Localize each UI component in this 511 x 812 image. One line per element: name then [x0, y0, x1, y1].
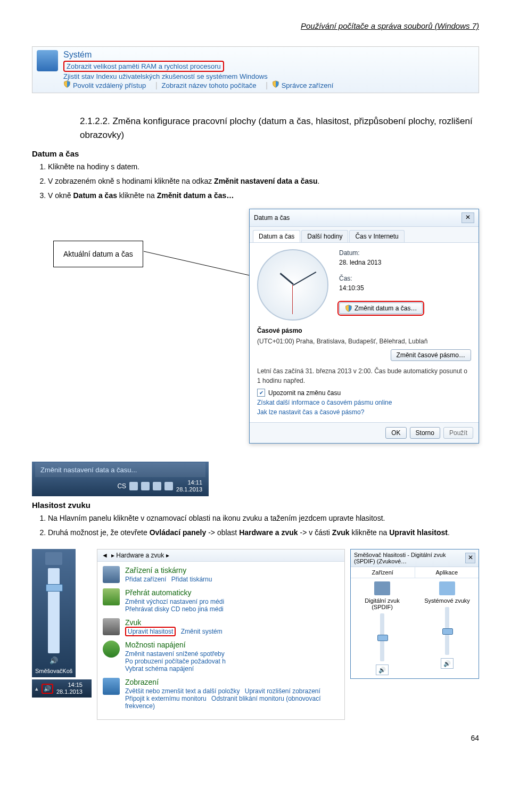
- volume-slider-track[interactable]: [48, 568, 60, 653]
- display-icon: [103, 678, 120, 695]
- cancel-button[interactable]: Storno: [410, 427, 440, 439]
- slider-thumb[interactable]: [442, 628, 453, 635]
- cat-display[interactable]: Zobrazení: [125, 678, 339, 686]
- subsection-date-time: Datum a čas: [32, 149, 479, 158]
- mixer-app-slider[interactable]: [445, 607, 449, 655]
- link-power-plan[interactable]: Vybrat schéma napájení: [125, 665, 194, 672]
- dialog-title: Datum a čas: [254, 214, 290, 222]
- link-play-cd[interactable]: Přehrávat disky CD nebo jiná médi: [125, 605, 224, 613]
- tray-chevron-icon[interactable]: [129, 482, 138, 490]
- mixer-device-slider[interactable]: [380, 613, 384, 661]
- breadcrumb-bar[interactable]: ◄ ▸ Hardware a zvuk ▸: [97, 549, 344, 562]
- close-button[interactable]: ✕: [465, 553, 475, 563]
- link-adjust-volume[interactable]: Upravit hlasitost: [125, 627, 176, 636]
- cat-devices-printers[interactable]: Zařízení a tiskárny: [125, 566, 215, 575]
- change-date-time-button[interactable]: Změnit datum a čas…: [339, 302, 423, 314]
- shield-icon: [63, 80, 71, 88]
- link-device-manager[interactable]: Správce zařízení: [282, 81, 334, 89]
- tray-clock[interactable]: 14:11 28.1.2013: [176, 479, 202, 493]
- cat-power[interactable]: Možnosti napájení: [125, 641, 229, 649]
- page-header: Používání počítače a správa souborů (Win…: [32, 21, 479, 30]
- link-require-password[interactable]: Po probuzení počítače požadovat h: [125, 658, 226, 665]
- tray-speaker-icon-highlighted[interactable]: 🔊: [42, 684, 53, 694]
- apply-button[interactable]: Použít: [443, 427, 473, 439]
- hardware-and-sound-panel: ◄ ▸ Hardware a zvuk ▸ Zařízení a tiskárn…: [97, 549, 345, 720]
- callout-line: [144, 241, 261, 278]
- shield-icon: [345, 305, 352, 312]
- date-value: 28. ledna 2013: [339, 259, 423, 266]
- link-remote-access[interactable]: Povolit vzdálený přístup: [73, 81, 146, 89]
- mixer-app-mute[interactable]: 🔊: [441, 658, 454, 669]
- mixer-link[interactable]: Směšovač: [35, 668, 62, 674]
- dialog-titlebar: Datum a čas ✕: [250, 209, 479, 227]
- steps-datetime: Klikněte na hodiny s datem. V zobrazeném…: [48, 161, 479, 201]
- tray-flag-icon[interactable]: [141, 482, 150, 490]
- datetime-figure-area: Aktuální datum a čas Datum a čas ✕ Datum…: [32, 209, 479, 496]
- tab-internet-time[interactable]: Čas v Internetu: [349, 230, 404, 242]
- tab-date-time[interactable]: Datum a čas: [253, 230, 300, 242]
- close-button[interactable]: ✕: [461, 212, 474, 223]
- link-change-date-settings[interactable]: Změnit nastavení data a času...: [35, 463, 205, 477]
- tray-speaker-icon[interactable]: [164, 482, 173, 490]
- section-heading: 2.1.2.2. Změna konfigurace pracovní ploc…: [80, 114, 479, 142]
- page-number: 64: [32, 734, 479, 742]
- system-title: Systém: [63, 50, 474, 60]
- link-autoplay-defaults[interactable]: Změnit výchozí nastavení pro médi: [125, 598, 224, 605]
- tray-network-icon[interactable]: [153, 482, 161, 490]
- sound-icon: [103, 618, 120, 635]
- volume-mixer-window: Směšovač hlasitosti - Digitální zvuk (SP…: [350, 549, 479, 679]
- date-label: Datum:: [339, 249, 423, 257]
- link-add-device[interactable]: Přidat zařízení: [125, 576, 166, 583]
- divider: |: [155, 81, 158, 89]
- breadcrumb-text: ▸ Hardware a zvuk ▸: [111, 552, 169, 559]
- link-ram-speed[interactable]: Zobrazit velikost paměti RAM a rychlost …: [63, 61, 224, 72]
- power-options-icon: [103, 641, 120, 658]
- slider-thumb[interactable]: [377, 635, 388, 641]
- language-indicator[interactable]: CS: [117, 482, 126, 490]
- change-timezone-button[interactable]: Změnit časové pásmo…: [391, 349, 471, 361]
- dst-info: Letní čas začíná 31. března 2013 v 2:00.…: [257, 366, 471, 386]
- mixer-device-header: Zařízení: [351, 567, 415, 578]
- step-item: V zobrazeném okně s hodinami klikněte na…: [48, 176, 479, 187]
- mixer-device-name: Digitální zvuk (SPDIF): [355, 597, 409, 610]
- subsection-volume: Hlasitost zvuku: [32, 501, 479, 510]
- link-add-printer[interactable]: Přidat tiskárnu: [171, 576, 212, 583]
- speaker-icon[interactable]: 🔊: [35, 657, 72, 665]
- step-item: Klikněte na hodiny s datem.: [48, 161, 479, 173]
- volume-figure-area: 🔊 Směšovač Koš ▴ 🔊 14:15 28.1.2013 ◄ ▸ H…: [32, 549, 479, 720]
- mixer-app-icon: [439, 581, 455, 595]
- notify-dst-label: Upozornit na změnu času: [268, 389, 341, 397]
- mixer-title-text: Směšovač hlasitosti - Digitální zvuk (SP…: [354, 552, 465, 564]
- link-computer-name[interactable]: Zobrazit název tohoto počítače: [162, 81, 257, 89]
- dialog-tabs: Datum a čas Další hodiny Čas v Internetu: [250, 227, 479, 243]
- ok-button[interactable]: OK: [385, 427, 406, 439]
- link-external-monitor[interactable]: Připojit k externímu monitoru: [125, 695, 207, 702]
- mixer-device-mute[interactable]: 🔊: [376, 665, 389, 675]
- tab-additional-clocks[interactable]: Další hodiny: [301, 230, 348, 242]
- timezone-section-title: Časové pásmo: [257, 327, 471, 334]
- tray-chevron-icon[interactable]: ▴: [35, 685, 38, 692]
- volume-flyout: 🔊 Směšovač Koš: [32, 549, 76, 677]
- link-experience-index[interactable]: Zjistit stav Indexu uživatelských zkušen…: [63, 72, 268, 80]
- link-change-system-sounds[interactable]: Změnit systém: [181, 628, 222, 635]
- svg-line-0: [144, 251, 261, 278]
- device-icon: [45, 552, 62, 565]
- volume-slider-thumb[interactable]: [46, 584, 63, 592]
- tray-clock[interactable]: 14:15 28.1.2013: [56, 682, 83, 695]
- cat-autoplay[interactable]: Přehrát automaticky: [125, 588, 227, 597]
- mixer-device-icon: [374, 581, 390, 595]
- link-resolution[interactable]: Upravit rozlišení zobrazení: [245, 687, 320, 695]
- cat-sound[interactable]: Zvuk: [125, 618, 226, 627]
- time-value: 14:10:35: [339, 284, 423, 292]
- callout-current-datetime: Aktuální datum a čas: [53, 241, 143, 267]
- time-label: Čas:: [339, 275, 423, 282]
- back-icon[interactable]: ◄: [102, 552, 108, 559]
- step-item: Na Hlavním panelu klikněte v oznamovací …: [48, 513, 479, 524]
- link-power-saving[interactable]: Změnit nastavení snížené spotřeby: [125, 650, 225, 658]
- step-item: Druhá možnost je, že otevřete Ovládací p…: [48, 527, 479, 538]
- notify-dst-checkbox[interactable]: ✔: [257, 389, 265, 397]
- link-timezone-info[interactable]: Získat další informace o časovém pásmu o…: [257, 399, 471, 406]
- mixer-app-name: Systémové zvuky: [420, 597, 474, 604]
- link-how-to-set[interactable]: Jak lze nastavit čas a časové pásmo?: [257, 408, 471, 416]
- link-text-size[interactable]: Zvětšit nebo zmenšit text a další položk…: [125, 687, 240, 695]
